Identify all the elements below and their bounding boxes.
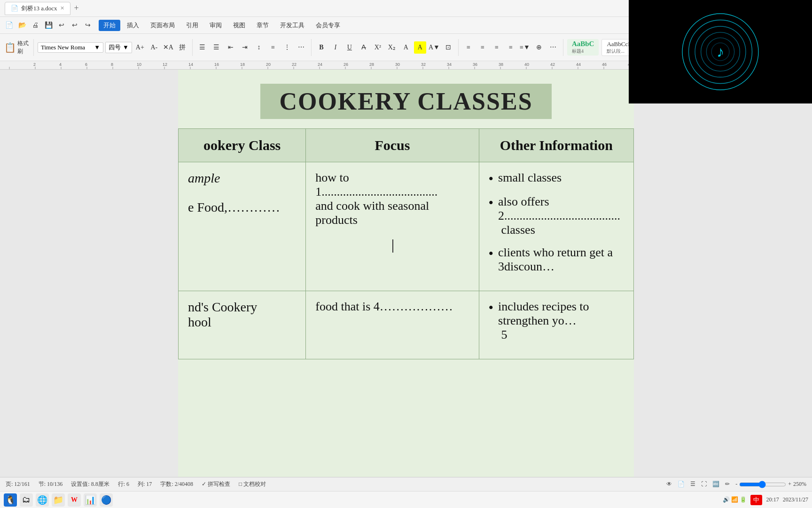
document-tab[interactable]: 📄 剑桥13 a.docx ✕ <box>5 2 70 15</box>
edit-icon[interactable]: ✏ <box>725 481 730 488</box>
font-grow-button[interactable]: A+ <box>134 41 146 54</box>
premium-menu-item[interactable]: 会员专享 <box>311 19 345 32</box>
table-row: ample e Food,………… how to 1..............… <box>179 162 634 291</box>
review-menu-item[interactable]: 审阅 <box>205 19 226 32</box>
zoom-in-button[interactable]: + <box>788 481 791 488</box>
list-item-also-offers: also offers 2...........................… <box>489 195 624 237</box>
font-shrink-button[interactable]: A- <box>148 41 160 54</box>
redo-icon[interactable]: ↪ <box>83 20 93 31</box>
table-cell-focus-1[interactable]: how to 1................................… <box>306 162 479 291</box>
align-right-button[interactable]: ≡ <box>491 41 503 54</box>
ordered-list-button[interactable]: ☰ <box>211 41 223 54</box>
document-title-section: COOKERY CLASSES <box>178 70 634 128</box>
taskbar-icon-7[interactable]: 🔵 <box>100 493 113 507</box>
table-cell-focus-2[interactable]: food that is 4……………… <box>306 291 479 359</box>
view-web-icon[interactable]: ☰ <box>690 481 695 488</box>
line-spacing-button[interactable]: ≡ <box>267 41 279 54</box>
taskbar-icon-4[interactable]: 📁 <box>52 493 65 507</box>
more-list-button[interactable]: ⋯ <box>295 41 307 54</box>
document-page: COOKERY CLASSES ookery Class Focus Other… <box>178 70 634 491</box>
font-size-selector[interactable]: 四号 ▼ <box>105 42 132 53</box>
tab-close-button[interactable]: ✕ <box>60 5 64 11</box>
tab-title: 剑桥13 a.docx <box>21 4 57 13</box>
indent-left-button[interactable]: ⇤ <box>225 41 237 54</box>
align-left-button[interactable]: ≡ <box>462 41 475 54</box>
music-widget[interactable]: ♪ <box>629 0 812 103</box>
insert-menu-item[interactable]: 插入 <box>122 19 144 32</box>
zoom-slider[interactable] <box>739 481 786 488</box>
other-info-list-1: small classes also offers 2.............… <box>489 171 624 274</box>
view-outline-icon[interactable]: 📄 <box>678 481 685 488</box>
cookery-table: ookery Class Focus Other Information amp… <box>178 128 634 359</box>
taskbar-icon-6[interactable]: 📊 <box>84 493 97 507</box>
layout-menu-item[interactable]: 页面布局 <box>146 19 180 32</box>
view-menu-item[interactable]: 视图 <box>228 19 250 32</box>
date-display: 2023/11/27 <box>783 496 808 503</box>
chapters-menu-item[interactable]: 章节 <box>252 19 273 32</box>
table-cell-other-1[interactable]: small classes also offers 2.............… <box>479 162 633 291</box>
font-dropdown-icon[interactable]: ▼ <box>94 44 100 51</box>
taskbar-icon-3[interactable]: 🌐 <box>36 493 49 507</box>
list-item-small-classes: small classes <box>489 171 624 186</box>
font-name-selector[interactable]: Times New Roma ▼ <box>38 42 103 53</box>
format-brush-button[interactable]: 格式刷 <box>17 41 30 54</box>
word-count-icon[interactable]: 🔤 <box>712 481 719 488</box>
cell-text-spacer <box>188 186 296 200</box>
col-info: 列: 17 <box>138 480 152 488</box>
table-cell-other-2[interactable]: includes recipes to strengthen yo… 5 <box>479 291 633 359</box>
dev-tools-menu-item[interactable]: 开发工具 <box>275 19 309 32</box>
pinyin-button[interactable]: 拼 <box>176 41 188 54</box>
superscript-button[interactable]: X² <box>372 41 384 54</box>
font-color-button[interactable]: A <box>400 41 412 54</box>
list-style-button[interactable]: ⊕ <box>533 41 545 54</box>
style-heading4[interactable]: AaBbC 标题4 <box>567 39 599 56</box>
compare-status[interactable]: □ 文档校对 <box>239 480 266 488</box>
taskbar-icon-wps[interactable]: W <box>68 493 81 507</box>
svg-text:♪: ♪ <box>717 43 724 60</box>
align-center-button[interactable]: ≡ <box>476 41 489 54</box>
taskbar-icon-2[interactable]: 🗂 <box>20 493 33 507</box>
new-icon[interactable]: 📄 <box>4 20 14 31</box>
position-info: 设置值: 8.8厘米 <box>71 480 109 488</box>
border-button[interactable]: ⊡ <box>442 41 454 54</box>
view-fullscreen-icon[interactable]: ⛶ <box>701 481 707 488</box>
start-menu-item[interactable]: 开始 <box>99 20 120 31</box>
strikethrough-button[interactable]: A̶ <box>358 41 370 54</box>
indent-right-button[interactable]: ⇥ <box>239 41 251 54</box>
zoom-out-button[interactable]: - <box>735 481 737 488</box>
table-cell-class-1[interactable]: ample e Food,………… <box>179 162 306 291</box>
print-icon[interactable]: 🖨 <box>30 20 40 31</box>
save-icon[interactable]: 💾 <box>43 20 54 31</box>
list-item-text: includes recipes to strengthen yo… 5 <box>498 300 624 342</box>
references-menu-item[interactable]: 引用 <box>181 19 203 32</box>
list-item-text: small classes <box>498 171 562 186</box>
italic-button[interactable]: I <box>329 41 342 54</box>
align-more-button[interactable]: ≡▼ <box>519 41 531 54</box>
unordered-list-button[interactable]: ☰ <box>196 41 209 54</box>
taskbar-icon-1[interactable]: 🐧 <box>4 493 17 507</box>
font-color2-button[interactable]: A▼ <box>428 41 440 54</box>
document-area[interactable]: COOKERY CLASSES ookery Class Focus Other… <box>0 70 812 491</box>
section-count: 节: 10/136 <box>39 480 63 488</box>
zoom-control: - + 250% <box>735 481 806 488</box>
undo-icon[interactable]: ↩ <box>56 20 67 31</box>
underline-button[interactable]: U <box>344 41 356 54</box>
subscript-button[interactable]: X₂ <box>386 41 398 54</box>
ime-indicator[interactable]: 中 <box>750 495 762 505</box>
table-cell-class-2[interactable]: nd's Cookeryhool <box>179 291 306 359</box>
paste-button[interactable]: 📋 <box>4 41 16 54</box>
clear-format-button[interactable]: ✕A <box>162 41 174 54</box>
focus-text-1: how to 1................................… <box>315 171 469 227</box>
highlight-button[interactable]: A <box>414 41 426 54</box>
sort-button[interactable]: ↕ <box>253 41 265 54</box>
font-size-dropdown-icon[interactable]: ▼ <box>123 44 129 51</box>
bold-button[interactable]: B <box>315 41 328 54</box>
add-tab-button[interactable]: + <box>74 3 79 13</box>
undo2-icon[interactable]: ↩ <box>70 20 80 31</box>
view-normal-icon[interactable]: 👁 <box>666 481 672 488</box>
justify-button[interactable]: ≡ <box>505 41 517 54</box>
open-icon[interactable]: 📂 <box>17 20 27 31</box>
columns-button[interactable]: ⋮ <box>281 41 293 54</box>
spellcheck-status[interactable]: ✓ 拼写检查 <box>202 480 230 488</box>
para-more-button[interactable]: ⋯ <box>547 41 559 54</box>
